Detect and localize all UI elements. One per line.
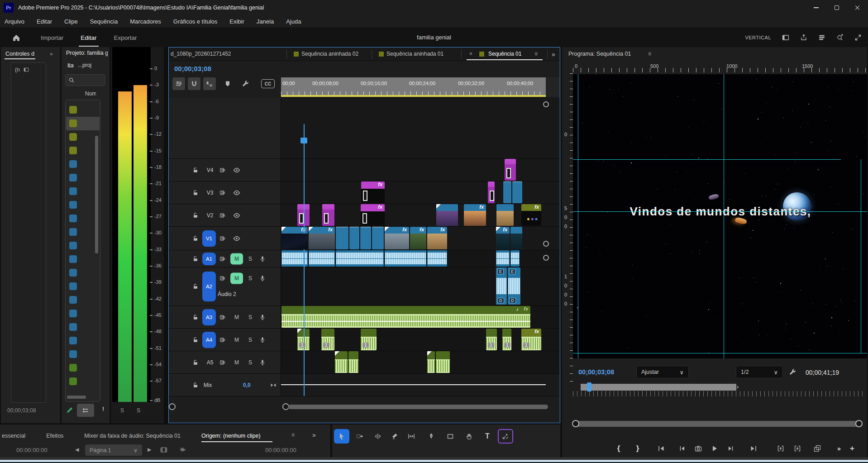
bottom-tab[interactable]: Mixer da faixa de áudio: Sequência 01 xyxy=(84,432,181,440)
menu-item[interactable]: Arquivo xyxy=(5,18,24,25)
next-page-button[interactable]: ▶ xyxy=(148,447,151,453)
project-list-item[interactable] xyxy=(66,375,100,388)
pencil-icon[interactable] xyxy=(66,406,73,414)
add-marker-button[interactable] xyxy=(221,77,234,90)
captions-button[interactable]: CC xyxy=(261,79,275,88)
timeline-clip[interactable]: fx xyxy=(361,181,385,203)
pan-bowtie-icon[interactable] xyxy=(270,382,277,388)
solo-right-button[interactable]: S xyxy=(137,407,140,414)
mix-volume-band[interactable] xyxy=(281,384,546,385)
sequence-tab-active[interactable]: Sequência 01 xyxy=(488,51,521,57)
timeline-vertical-scroll-handle[interactable] xyxy=(543,255,549,261)
track-label[interactable]: V2 xyxy=(202,212,218,219)
timeline-settings-wrench-icon[interactable] xyxy=(239,77,252,90)
rectangle-tool[interactable] xyxy=(443,429,458,444)
menu-item[interactable]: Janela xyxy=(257,18,274,25)
zoom-handle-left[interactable] xyxy=(572,420,579,427)
track-label[interactable]: V3 xyxy=(202,190,218,196)
voiceover-mic-icon[interactable] xyxy=(259,256,266,262)
program-settings-wrench-icon[interactable] xyxy=(789,368,796,376)
program-video-frame[interactable]: Vindos de mundos distantes, xyxy=(573,74,867,358)
source-patch-badge-a4[interactable]: A4 xyxy=(202,332,216,348)
snap-button[interactable] xyxy=(188,77,200,90)
type-tool[interactable]: T xyxy=(480,429,495,444)
split-view-icon[interactable] xyxy=(24,67,29,72)
mute-button[interactable]: M xyxy=(230,334,243,345)
track-name-label[interactable]: Áudio 2 xyxy=(218,291,236,297)
track-header-v2[interactable]: V2 xyxy=(169,204,281,226)
track-target-icon[interactable] xyxy=(219,359,226,366)
timeline-clip[interactable]: 1 xyxy=(502,329,511,350)
quick-export-search-icon[interactable] xyxy=(836,34,844,41)
project-list-item[interactable] xyxy=(66,185,100,198)
track-header-a4[interactable]: A4 M S xyxy=(169,329,281,351)
track-target-icon[interactable] xyxy=(219,235,226,242)
bottom-tabs-overflow-chevrons[interactable]: » xyxy=(312,431,316,439)
playhead-marker[interactable] xyxy=(300,138,307,143)
toggle-track-output-eye-icon[interactable] xyxy=(233,235,240,242)
solo-button[interactable]: S xyxy=(248,256,252,262)
timeline-display-settings-button[interactable] xyxy=(172,77,185,90)
track-header-a3[interactable]: A3 M S xyxy=(169,306,281,328)
bottom-tab[interactable]: Efeitos xyxy=(46,432,63,440)
timeline-clip[interactable] xyxy=(496,204,514,226)
timeline-clip[interactable] xyxy=(336,227,348,249)
track-target-icon[interactable] xyxy=(219,314,226,320)
timeline-panel-menu-icon[interactable]: ≡ xyxy=(534,51,538,57)
timeline-clip[interactable]: 1 xyxy=(361,329,377,350)
timeline-clip[interactable] xyxy=(436,204,458,226)
project-list-item[interactable] xyxy=(66,361,100,375)
program-zoom-scrollbar[interactable] xyxy=(573,421,863,427)
timeline-clip[interactable] xyxy=(436,351,450,373)
maximize-button[interactable] xyxy=(826,0,847,15)
project-list-item[interactable] xyxy=(66,280,100,293)
project-list-item[interactable] xyxy=(66,239,100,253)
minimize-button[interactable] xyxy=(806,0,826,15)
project-list-item[interactable] xyxy=(66,212,100,225)
menu-item[interactable]: Clipe xyxy=(64,18,78,25)
go-to-in-button[interactable] xyxy=(654,443,668,454)
extract-button[interactable] xyxy=(791,443,804,454)
timeline-playhead-timecode[interactable]: 00;00;03;08 xyxy=(174,65,211,72)
menu-item[interactable]: Marcadores xyxy=(130,18,161,25)
sequence-tab-2[interactable]: Sequência aninhada 02 xyxy=(301,51,358,57)
source-patch-badge-a2[interactable]: A2 xyxy=(202,272,216,301)
lock-icon[interactable] xyxy=(192,212,199,219)
tab-project[interactable]: Projeto: familia g xyxy=(66,50,108,56)
menu-item[interactable]: Ajuda xyxy=(286,18,301,25)
lock-icon[interactable] xyxy=(192,359,199,366)
audio-waveform-icon[interactable] xyxy=(179,446,186,453)
track-header-v1[interactable]: V1 xyxy=(169,227,281,250)
menu-item[interactable]: Exibir xyxy=(229,18,244,25)
share-icon[interactable] xyxy=(800,34,807,41)
timeline-clip[interactable]: E D xyxy=(508,267,520,305)
timeline-clip[interactable]: 1 xyxy=(486,329,497,350)
linked-selection-button[interactable] xyxy=(203,77,216,90)
mute-button[interactable]: M xyxy=(230,357,243,368)
project-list-item[interactable] xyxy=(66,266,100,280)
mark-out-button[interactable]: } xyxy=(631,443,644,454)
timeline-clip[interactable]: fx xyxy=(410,227,426,249)
lock-icon[interactable] xyxy=(192,337,199,343)
track-target-icon[interactable] xyxy=(219,337,226,343)
warning-indicator[interactable]: ! xyxy=(102,406,104,412)
bottom-tab[interactable]: essencial xyxy=(2,432,25,440)
timeline-clip[interactable] xyxy=(427,250,447,267)
playback-resolution-dropdown[interactable]: 1/2∨ xyxy=(736,366,783,378)
voiceover-mic-icon[interactable] xyxy=(259,337,266,343)
track-target-icon[interactable] xyxy=(219,275,226,282)
timeline-clip[interactable]: fx 1 xyxy=(521,329,541,350)
lift-button[interactable] xyxy=(774,443,787,454)
track-target-icon[interactable] xyxy=(219,256,226,262)
page-dropdown[interactable]: Página 1∨ xyxy=(85,444,142,456)
project-list-item[interactable] xyxy=(66,320,100,334)
source-panel-menu-icon[interactable]: ≡ xyxy=(291,432,295,438)
toggle-track-output-eye-icon[interactable] xyxy=(233,212,240,219)
playhead-line[interactable] xyxy=(304,124,305,396)
menu-item[interactable]: Sequência xyxy=(90,18,118,25)
folder-up-icon[interactable] xyxy=(67,62,74,69)
transport-overflow-chevrons[interactable]: » xyxy=(832,443,846,454)
lock-icon[interactable] xyxy=(192,167,199,173)
timeline-clip[interactable] xyxy=(349,227,359,249)
timeline-clip[interactable] xyxy=(496,250,510,267)
